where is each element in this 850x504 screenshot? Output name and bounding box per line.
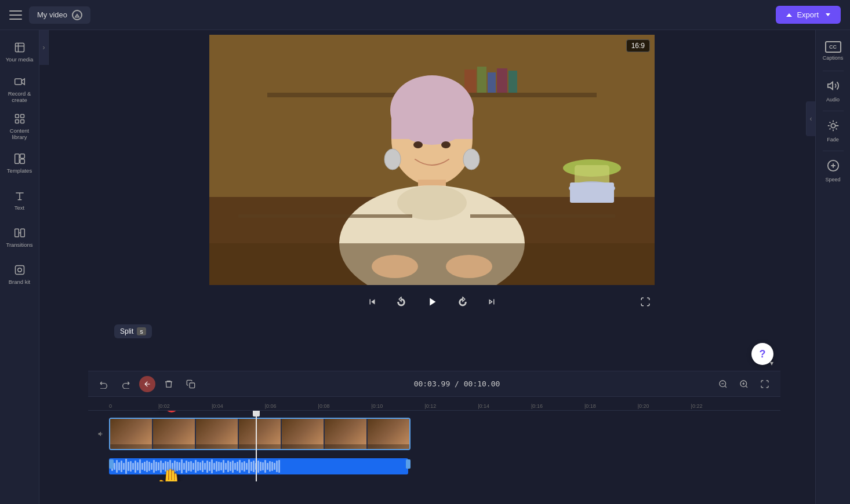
fullscreen-button[interactable]: [636, 293, 655, 311]
video-clip-container: [109, 418, 776, 450]
divider-3: [823, 151, 844, 151]
captions-icon: CC: [825, 41, 841, 53]
hamburger-menu-icon[interactable]: [9, 10, 22, 20]
video-clip[interactable]: [109, 418, 411, 450]
right-sidebar-fade[interactable]: Fade: [818, 115, 848, 147]
sidebar-collapse-handle[interactable]: ›: [39, 30, 49, 65]
split-tooltip: Split s: [114, 324, 152, 338]
sidebar-item-transitions[interactable]: Transitions: [2, 220, 37, 255]
time-display: 00:03.99 / 00:10.00: [204, 379, 710, 388]
ruler-mark-4: |0:04: [212, 403, 223, 409]
play-pause-button[interactable]: [421, 291, 443, 313]
fit-timeline-button[interactable]: [756, 375, 773, 393]
svg-rect-5: [20, 119, 24, 123]
ruler-mark-0: 0: [109, 403, 112, 409]
clip-thumb-1: [110, 419, 152, 449]
audio-handle-right[interactable]: [406, 459, 411, 469]
sidebar-item-record-create[interactable]: Record &create: [2, 72, 37, 107]
sidebar-item-templates[interactable]: Templates: [2, 146, 37, 181]
undo-button[interactable]: [95, 375, 112, 393]
svg-rect-27: [391, 110, 473, 139]
ruler-mark-8: |0:08: [318, 403, 330, 409]
delete-button[interactable]: [160, 375, 177, 393]
sidebar-label-text: Text: [14, 204, 24, 211]
svg-rect-3: [20, 114, 24, 118]
ruler-mark-12: |0:12: [424, 403, 436, 409]
skip-to-end-button[interactable]: [482, 293, 501, 311]
svg-rect-17: [477, 67, 486, 93]
export-upload-icon: [786, 13, 792, 17]
forward-5s-button[interactable]: [453, 293, 472, 311]
sidebar-item-content-library[interactable]: Contentlibrary: [2, 109, 37, 144]
svg-rect-7: [20, 154, 24, 159]
video-preview: 16:9: [209, 35, 655, 285]
svg-point-36: [372, 255, 418, 278]
ruler-mark-10: |0:10: [371, 403, 383, 409]
video-title-pill[interactable]: My video: [29, 6, 90, 24]
svg-rect-20: [508, 71, 517, 93]
video-frame: 16:9: [209, 35, 655, 285]
svg-point-33: [413, 141, 423, 148]
zoom-out-button[interactable]: [714, 375, 732, 393]
templates-icon: [13, 152, 26, 165]
right-sidebar-audio[interactable]: Audio: [818, 75, 848, 107]
captions-label: Captions: [823, 55, 844, 61]
svg-rect-40: [190, 383, 195, 388]
right-sidebar-collapse-handle[interactable]: ‹: [806, 101, 815, 136]
right-sidebar-collapse-chevron-icon: ‹: [810, 115, 812, 123]
your-media-icon: [13, 41, 26, 54]
skip-to-start-button[interactable]: [363, 293, 382, 311]
svg-point-12: [17, 268, 21, 272]
audio-label: Audio: [826, 97, 840, 103]
ruler-mark-18: |0:18: [584, 403, 596, 409]
ruler-mark-22: |0:22: [691, 403, 703, 409]
export-button[interactable]: Export: [776, 6, 841, 24]
right-sidebar-captions[interactable]: CC Captions: [818, 35, 848, 67]
redo-button[interactable]: [117, 375, 135, 393]
svg-rect-6: [14, 154, 19, 164]
sidebar-item-text[interactable]: Text: [2, 183, 37, 218]
clip-thumb-7: [368, 419, 409, 449]
audio-waveform[interactable]: [109, 458, 408, 474]
sidebar-item-your-media[interactable]: Your media: [2, 35, 37, 70]
record-create-icon: [13, 75, 26, 88]
split-down-button[interactable]: [139, 376, 155, 392]
right-sidebar-speed[interactable]: Speed: [818, 155, 848, 187]
sidebar-label-record-create: Record &create: [8, 90, 31, 104]
rewind-5s-button[interactable]: [392, 293, 411, 311]
ruler-mark-2: |0:02: [158, 403, 170, 409]
track-volume-icon: [93, 430, 109, 437]
svg-rect-9: [14, 229, 19, 237]
speed-label: Speed: [825, 177, 840, 182]
audio-track: [93, 456, 776, 477]
audio-handle-left[interactable]: [109, 459, 114, 469]
divider-2: [823, 111, 844, 111]
svg-rect-19: [497, 68, 507, 93]
save-to-cloud-icon[interactable]: [72, 10, 82, 20]
speed-icon: [827, 159, 840, 174]
svg-rect-18: [488, 72, 496, 93]
content-library-icon: [13, 112, 26, 125]
split-label: Split: [120, 327, 133, 335]
svg-rect-24: [570, 182, 614, 203]
brand-kit-icon: [13, 264, 26, 276]
svg-rect-16: [464, 70, 476, 93]
sidebar-label-your-media: Your media: [6, 56, 34, 63]
svg-rect-0: [15, 43, 24, 52]
svg-rect-39: [470, 214, 615, 218]
timeline-toolbar: 00:03.99 / 00:10.00: [88, 371, 780, 397]
fade-label: Fade: [827, 137, 839, 143]
playback-controls: [209, 285, 655, 319]
export-chevron-icon: [826, 13, 830, 16]
sidebar-item-brand-kit[interactable]: Brand kit: [2, 257, 37, 292]
tracks-container: 🤚 1 🤚 2 🤚 3: [88, 411, 780, 481]
clip-thumb-3: [196, 419, 238, 449]
timeline-area: 00:03.99 / 00:10.00: [88, 371, 780, 504]
topbar: My video Export: [0, 0, 850, 30]
svg-rect-38: [238, 214, 412, 218]
svg-point-37: [446, 255, 492, 278]
duplicate-button[interactable]: [182, 375, 199, 393]
help-icon: ?: [760, 348, 766, 360]
svg-rect-8: [20, 159, 24, 164]
zoom-in-button[interactable]: [735, 375, 753, 393]
